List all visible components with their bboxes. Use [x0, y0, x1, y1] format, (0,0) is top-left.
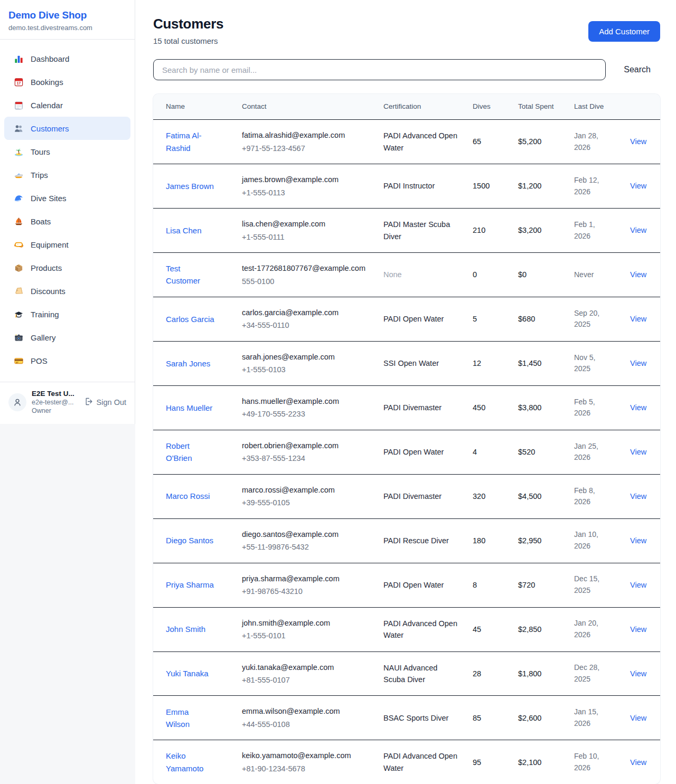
customer-last-dive: Nov 5, 2025 — [574, 352, 610, 375]
table-row: Hans Muellerhans.mueller@example.com+49-… — [153, 385, 660, 430]
credit-card-icon — [14, 356, 24, 366]
search-input[interactable] — [153, 59, 606, 80]
sidebar-item-gallery[interactable]: Gallery — [4, 326, 130, 349]
sidebar-item-dive-sites[interactable]: Dive Sites — [4, 186, 130, 210]
customer-name-link[interactable]: Yuki Tanaka — [166, 667, 209, 679]
view-customer-link[interactable]: View — [630, 669, 646, 678]
sidebar-item-label: Equipment — [31, 240, 69, 249]
view-customer-link[interactable]: View — [630, 403, 646, 412]
customer-name-link[interactable]: Keiko Yamamoto — [166, 750, 214, 774]
sidebar-item-calendar[interactable]: Calendar — [4, 93, 130, 117]
column-header-total-spent: Total Spent — [518, 94, 574, 120]
sign-out-button[interactable]: Sign Out — [84, 397, 126, 408]
sidebar-item-tours[interactable]: Tours — [4, 140, 130, 163]
table-header: NameContactCertificationDivesTotal Spent… — [153, 94, 660, 120]
table-row: Lisa Chenlisa.chen@example.com+1-555-011… — [153, 209, 660, 253]
customer-certification: PADI Rescue Diver — [383, 535, 460, 546]
customer-phone: +55-11-99876-5432 — [242, 541, 369, 553]
customer-dives: 28 — [473, 668, 498, 679]
customer-name-link[interactable]: Emma Wilson — [166, 706, 214, 731]
view-customer-link[interactable]: View — [630, 270, 646, 279]
customer-name-link[interactable]: Robert O'Brien — [166, 440, 214, 465]
customer-name-link[interactable]: Sarah Jones — [166, 357, 210, 370]
customer-name-link[interactable]: Carlos Garcia — [166, 313, 214, 325]
sidebar-item-pos[interactable]: POS — [4, 349, 130, 372]
customer-phone: +49-170-555-2233 — [242, 408, 369, 420]
sidebar-item-products[interactable]: Products — [4, 256, 130, 279]
customer-certification: PADI Advanced Open Water — [383, 750, 460, 774]
customer-dives: 8 — [473, 579, 498, 591]
customer-total-spent: $720 — [518, 579, 554, 591]
table-row: Yuki Tanakayuki.tanaka@example.com+81-55… — [153, 651, 660, 696]
table-row: Fatima Al-Rashidfatima.alrashid@example.… — [153, 120, 660, 164]
sidebar-item-customers[interactable]: Customers — [4, 117, 130, 140]
logout-icon — [84, 397, 93, 408]
customer-name-link[interactable]: Hans Mueller — [166, 402, 212, 414]
customer-name-link[interactable]: Marco Rossi — [166, 490, 210, 502]
wave-icon — [14, 193, 24, 203]
customer-name-link[interactable]: John Smith — [166, 623, 205, 635]
person-icon — [13, 398, 22, 407]
sidebar-item-label: Training — [31, 310, 59, 319]
customer-phone: +1-555-0101 — [242, 630, 369, 641]
sidebar-item-discounts[interactable]: Discounts — [4, 279, 130, 303]
sidebar-item-label: Dashboard — [31, 54, 69, 63]
customer-dives: 85 — [473, 712, 498, 724]
camera-icon — [14, 333, 24, 343]
add-customer-button[interactable]: Add Customer — [588, 21, 660, 42]
sailboat-icon — [14, 216, 24, 226]
view-customer-link[interactable]: View — [630, 714, 646, 722]
avatar — [8, 393, 26, 411]
calendar-icon — [14, 100, 24, 110]
view-customer-link[interactable]: View — [630, 315, 646, 323]
customer-email: keiko.yamamoto@example.com — [242, 750, 369, 761]
sign-out-label: Sign Out — [97, 398, 126, 407]
view-customer-link[interactable]: View — [630, 625, 646, 634]
sidebar-item-dashboard[interactable]: Dashboard — [4, 47, 130, 70]
view-customer-link[interactable]: View — [630, 359, 646, 367]
sidebar-item-label: Customers — [31, 124, 69, 133]
customer-name-link[interactable]: Diego Santos — [166, 534, 213, 546]
view-customer-link[interactable]: View — [630, 492, 646, 500]
column-header-contact: Contact — [242, 94, 383, 120]
view-customer-link[interactable]: View — [630, 758, 646, 767]
customer-certification: BSAC Sports Diver — [383, 712, 460, 724]
table-row: Marco Rossimarco.rossi@example.com+39-55… — [153, 474, 660, 518]
search-button[interactable]: Search — [621, 61, 654, 79]
customer-email: fatima.alrashid@example.com — [242, 129, 369, 141]
customers-icon — [14, 124, 24, 134]
view-customer-link[interactable]: View — [630, 536, 646, 545]
view-customer-link[interactable]: View — [630, 448, 646, 456]
sidebar-item-equipment[interactable]: Equipment — [4, 233, 130, 256]
customer-total-spent: $680 — [518, 313, 554, 325]
view-customer-link[interactable]: View — [630, 182, 646, 190]
customer-name-link[interactable]: Test Customer — [166, 262, 214, 287]
sidebar-item-training[interactable]: Training — [4, 303, 130, 326]
customer-email: carlos.garcia@example.com — [242, 307, 369, 318]
customer-certification: PADI Advanced Open Water — [383, 618, 460, 641]
customer-name-link[interactable]: James Brown — [166, 180, 214, 192]
customer-phone: +1-555-0103 — [242, 364, 369, 375]
customer-last-dive: Feb 10, 2026 — [574, 751, 610, 773]
customer-email: james.brown@example.com — [242, 174, 369, 185]
sidebar-item-trips[interactable]: Trips — [4, 163, 130, 186]
view-customer-link[interactable]: View — [630, 581, 646, 589]
customer-dives: 95 — [473, 757, 498, 768]
customer-total-spent: $2,100 — [518, 757, 554, 768]
customer-certification: SSI Open Water — [383, 357, 460, 369]
customer-certification: PADI Advanced Open Water — [383, 130, 460, 154]
view-customer-link[interactable]: View — [630, 137, 646, 146]
customer-name-link[interactable]: Lisa Chen — [166, 224, 202, 237]
table-row: Keiko Yamamotokeiko.yamamoto@example.com… — [153, 740, 660, 784]
page-title: Customers — [153, 16, 223, 32]
customer-dives: 450 — [473, 402, 498, 413]
view-customer-link[interactable]: View — [630, 226, 646, 234]
sidebar-item-boats[interactable]: Boats — [4, 210, 130, 233]
customer-certification: PADI Open Water — [383, 313, 460, 325]
package-icon — [14, 263, 24, 273]
sidebar-item-bookings[interactable]: 17Bookings — [4, 70, 130, 93]
customer-name-link[interactable]: Priya Sharma — [166, 579, 214, 591]
user-info: E2E Test U... e2e-tester@... Owner — [32, 390, 79, 414]
customer-last-dive: Dec 15, 2025 — [574, 573, 610, 596]
customer-name-link[interactable]: Fatima Al-Rashid — [166, 129, 214, 154]
